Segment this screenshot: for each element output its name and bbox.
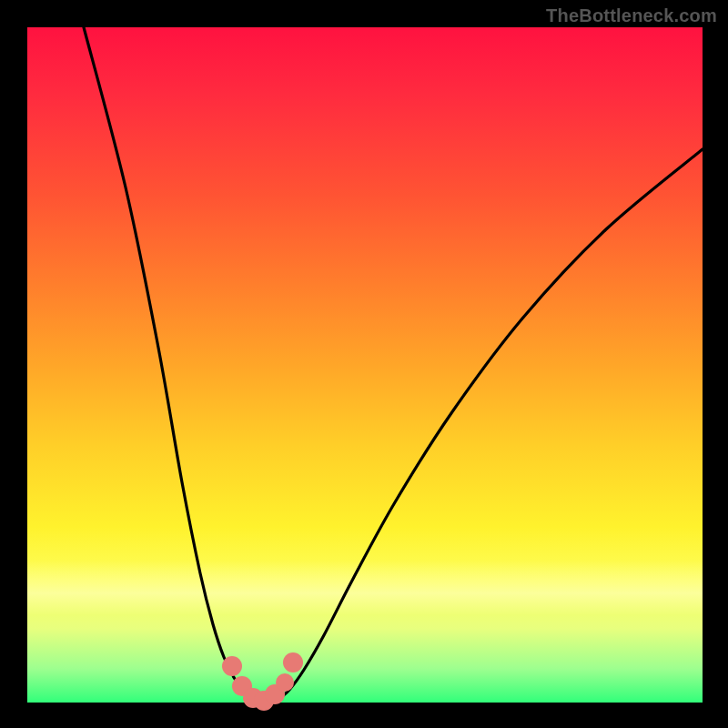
chart-frame: TheBottleneck.com [0,0,728,728]
watermark-text: TheBottleneck.com [546,5,717,26]
plot-area [27,27,703,703]
curve-marker [283,652,303,672]
curve-marker [276,673,294,692]
curve-markers [222,652,303,711]
curve-layer [27,27,703,703]
bottleneck-curve [84,27,703,703]
curve-marker [222,656,242,676]
